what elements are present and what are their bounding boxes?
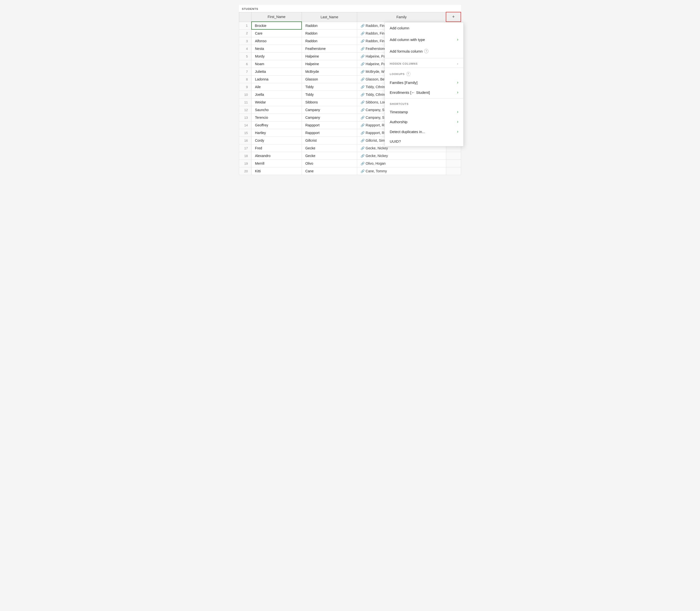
timestamp-item[interactable]: Timestamp ›	[385, 107, 463, 117]
families-chevron: ›	[457, 80, 458, 85]
last-name-cell[interactable]: Featherstone	[302, 45, 357, 53]
add-formula-item[interactable]: Add formula column ?	[385, 45, 463, 57]
first-name-cell[interactable]: Weidar	[252, 99, 302, 106]
first-name-cell[interactable]: Mordy	[252, 53, 302, 60]
detect-duplicates-item[interactable]: Detect duplicates in... ›	[385, 126, 463, 136]
row-number: 5	[239, 53, 252, 60]
family-cell[interactable]: 🔗Cane, Tommy	[357, 167, 446, 175]
last-name-cell[interactable]: Rappport	[302, 129, 357, 137]
authorship-label: Authorship	[390, 120, 407, 124]
first-name-cell[interactable]: Aile	[252, 83, 302, 91]
row-number: 13	[239, 114, 252, 121]
first-name-cell[interactable]: Joella	[252, 91, 302, 99]
last-name-cell[interactable]: Gillcrist	[302, 137, 357, 145]
families-item[interactable]: Families [Family] ›	[385, 77, 463, 87]
link-icon: 🔗	[361, 47, 364, 50]
row-number: 17	[239, 145, 252, 152]
link-icon: 🔗	[361, 146, 364, 150]
last-name-cell[interactable]: Raddon	[302, 37, 357, 45]
separator-2	[385, 68, 463, 68]
families-label: Families [Family]	[390, 80, 418, 85]
first-name-cell[interactable]: Cordy	[252, 137, 302, 145]
add-column-label: Add column	[390, 26, 409, 30]
lookups-section-label: LOOKUPS ?	[385, 69, 463, 77]
first-name-cell[interactable]: Merrill	[252, 160, 302, 167]
row-number: 2	[239, 29, 252, 37]
last-name-cell[interactable]: Cane	[302, 167, 357, 175]
link-icon: 🔗	[361, 93, 364, 96]
row-number: 16	[239, 137, 252, 145]
first-name-cell[interactable]: Alexandro	[252, 152, 302, 160]
family-cell[interactable]: 🔗Olivo, Hogan	[357, 160, 446, 167]
link-icon: 🔗	[361, 131, 364, 135]
first-name-cell[interactable]: Sauncho	[252, 106, 302, 114]
last-name-cell[interactable]: Tiddy	[302, 91, 357, 99]
row-number: 20	[239, 167, 252, 175]
shortcuts-section-label: SHORTCUTS	[385, 100, 463, 107]
last-name-cell[interactable]: Sibbons	[302, 99, 357, 106]
first-name-cell[interactable]: Ladonna	[252, 76, 302, 83]
separator-1	[385, 58, 463, 58]
last-name-cell[interactable]: Halpeine	[302, 53, 357, 60]
row-number: 14	[239, 121, 252, 129]
row-number: 19	[239, 160, 252, 167]
link-icon: 🔗	[361, 169, 364, 173]
first-name-cell[interactable]: Kitti	[252, 167, 302, 175]
last-name-cell[interactable]: Tiddy	[302, 83, 357, 91]
add-column-button[interactable]: +	[446, 12, 461, 22]
uuid-item[interactable]: UUID ?	[385, 136, 463, 146]
first-name-cell[interactable]: Geoffrey	[252, 121, 302, 129]
last-name-cell[interactable]: Campany	[302, 106, 357, 114]
last-name-cell[interactable]: Raddon	[302, 22, 357, 29]
first-name-cell[interactable]: Julietta	[252, 68, 302, 76]
authorship-item[interactable]: Authorship ›	[385, 117, 463, 126]
first-name-cell[interactable]: Care	[252, 29, 302, 37]
hidden-columns-section: HIDDEN COLUMNS ›	[385, 59, 463, 66]
enrollments-item[interactable]: Enrollments [← Student] ›	[385, 87, 463, 97]
first-name-cell[interactable]: Alfonso	[252, 37, 302, 45]
last-name-cell[interactable]: Halpeine	[302, 60, 357, 68]
link-icon: 🔗	[361, 62, 364, 66]
first-name-cell[interactable]: Brockie	[252, 22, 302, 29]
table-row: 19MerrillOlivo🔗Olivo, Hogan	[239, 160, 461, 167]
last-name-cell[interactable]: Campany	[302, 114, 357, 121]
last-name-cell[interactable]: Raddon	[302, 29, 357, 37]
enrollments-chevron: ›	[457, 90, 458, 94]
add-column-type-label: Add column with type	[390, 38, 425, 42]
lookups-help-icon[interactable]: ?	[406, 72, 411, 76]
link-icon: 🔗	[361, 162, 364, 165]
row-number: 3	[239, 37, 252, 45]
first-name-cell[interactable]: Terencio	[252, 114, 302, 121]
first-name-cell[interactable]: Hartley	[252, 129, 302, 137]
last-name-cell[interactable]: Rappport	[302, 121, 357, 129]
row-number: 6	[239, 60, 252, 68]
last-name-cell[interactable]: Gecke	[302, 152, 357, 160]
add-column-type-item[interactable]: Add column with type ›	[385, 34, 463, 45]
link-icon: 🔗	[361, 108, 364, 112]
hidden-columns-label: HIDDEN COLUMNS	[390, 62, 418, 65]
link-icon: 🔗	[361, 24, 364, 28]
add-column-dropdown: Add column Add column with type › Add fo…	[385, 22, 463, 146]
formula-help-icon[interactable]: ?	[424, 49, 429, 53]
lookups-label: LOOKUPS	[390, 73, 405, 76]
last-name-cell[interactable]: Glasson	[302, 76, 357, 83]
last-name-cell[interactable]: McBryde	[302, 68, 357, 76]
first-name-cell[interactable]: Nesta	[252, 45, 302, 53]
first-name-cell[interactable]: Fred	[252, 145, 302, 152]
header-family: Family	[357, 12, 446, 22]
add-column-item[interactable]: Add column	[385, 23, 463, 34]
row-number: 10	[239, 91, 252, 99]
add-col-cell	[446, 160, 461, 167]
header-last-name: Last_Name	[302, 12, 357, 22]
link-icon: 🔗	[361, 101, 364, 104]
last-name-cell[interactable]: Gecke	[302, 145, 357, 152]
first-name-cell[interactable]: Noam	[252, 60, 302, 68]
family-cell[interactable]: 🔗Gecke, Nickey	[357, 152, 446, 160]
row-number: 4	[239, 45, 252, 53]
hidden-columns-chevron[interactable]: ›	[457, 62, 458, 65]
uuid-help-icon[interactable]: ?	[399, 139, 401, 144]
last-name-cell[interactable]: Olivo	[302, 160, 357, 167]
link-icon: 🔗	[361, 39, 364, 43]
table-row: 18AlexandroGecke🔗Gecke, Nickey	[239, 152, 461, 160]
timestamp-chevron: ›	[457, 109, 458, 114]
